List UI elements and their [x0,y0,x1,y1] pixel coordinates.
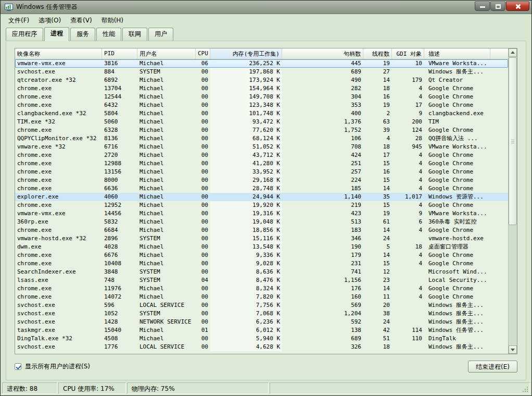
cell-user-name: LOCAL SERVICE [137,343,196,351]
column-header-pid[interactable]: PID [102,48,137,59]
cell-description: Google Chrome [424,101,490,109]
menu-view[interactable]: 查看(V) [66,15,97,27]
process-row[interactable]: svchost.exe884SYSTEM00197,868 K68927Wind… [15,68,508,76]
cell-handles: 353 [282,101,363,109]
close-button[interactable] [506,2,529,11]
cell-cpu: 00 [196,151,210,159]
process-row[interactable]: chrome.exe6684Michael0018,856 K183144Goo… [15,226,508,234]
process-row[interactable]: chrome.exe12952Michael0019,920 K219154Go… [15,201,508,209]
cell-handles: 1,376 [282,118,363,126]
cell-gdi-objects: 4 [392,176,424,184]
scroll-up-button[interactable] [509,48,517,57]
title-bar[interactable]: Windows 任务管理器 [1,1,531,14]
process-row[interactable]: chrome.exe10408Michael009,028 K231154Goo… [15,259,508,268]
column-header-gdi-objects[interactable]: GDI 对象 [392,48,424,59]
process-row[interactable]: chrome.exe8000Michael0029,168 K224154Goo… [15,176,508,184]
tab-networking[interactable]: 联网 [122,28,147,41]
maximize-button[interactable] [490,2,505,11]
process-row[interactable]: dwm.exe4028Michael0013,548 K190518桌面窗口管理… [15,243,508,251]
process-row[interactable]: vmware-vmx.exe14456Michael0019,316 K4231… [15,209,508,218]
process-row[interactable]: chrome.exe6636Michael0028,748 K185144Goo… [15,184,508,193]
cell-threads: 39 [363,126,392,134]
column-header-user-name[interactable]: 用户名 [137,48,196,59]
process-row[interactable]: clangbackend.exe *325804Michael00101,748… [15,109,508,118]
status-bar: 进程数: 88 CPU 使用率: 17% 物理内存: 75% [2,382,530,394]
column-header-cpu[interactable]: CPU [196,48,210,59]
process-row[interactable]: svchost.exe1776LOCAL SERVICE004,628 K326… [15,343,508,351]
scrollbar-thumb[interactable] [509,57,517,225]
resize-grip-icon[interactable] [522,386,528,392]
cell-memory: 18,856 K [210,226,282,234]
process-row[interactable]: TIM.exe *325060Michael0093,472 K1,376632… [15,118,508,126]
tab-applications[interactable]: 应用程序 [6,28,43,41]
column-header-image-name[interactable]: 映像名称 [15,48,102,59]
cell-threads: 14 [363,251,392,259]
process-row[interactable]: chrome.exe11976Michael008,324 K176144Goo… [15,284,508,293]
tab-performance[interactable]: 性能 [96,28,121,41]
tab-processes[interactable]: 进程 [44,27,69,41]
cell-description: Microsoft Wind... [424,268,490,276]
column-header-handles[interactable]: 句柄数 [282,48,363,59]
process-row[interactable]: chrome.exe6676Michael009,336 K179144Goog… [15,251,508,259]
cell-handles: 160 [282,293,363,301]
cell-pid: 6432 [102,101,137,109]
process-row[interactable]: vmware-hostd.exe *322896SYSTEM0015,116 K… [15,234,508,243]
minimize-button[interactable] [475,2,490,11]
process-row[interactable]: chrome.exe13704Michael00154,964 K282184G… [15,84,508,93]
process-row[interactable]: lsass.exe748SYSTEM048,476 K1,15623Local … [15,276,508,284]
process-row[interactable]: DingTalk.exe *324508Michael005,940 K6895… [15,335,508,343]
cell-threads: 24 [363,234,392,243]
process-row[interactable]: taskmgr.exe15040Michael016,012 K13842114… [15,326,508,335]
process-row[interactable]: vmware.exe *326716Michael0051,052 K70818… [15,143,508,151]
cell-threads: 11 [363,293,392,301]
process-row[interactable]: vmware-vmx.exe3816Michael06236,252 K4451… [15,59,508,68]
cell-image-name: vmware-vmx.exe [15,209,102,218]
process-row[interactable]: chrome.exe6328Michael0077,620 K1,7523912… [15,126,508,134]
process-row[interactable]: chrome.exe6432Michael00123,348 K3531917G… [15,101,508,109]
process-row[interactable]: chrome.exe12988Michael0041,280 K251154Go… [15,159,508,168]
cell-image-name: svchost.exe [15,343,102,351]
column-header-memory[interactable]: 内存(专用工作集) [210,48,282,59]
cell-threads: 14 [363,226,392,234]
menu-help[interactable]: 帮助(H) [97,15,128,27]
process-row[interactable]: SearchIndexer.exe3848SYSTEM008,636 K7411… [15,268,508,276]
process-row[interactable]: svchost.exe1428NETWORK SERVICE006,236 K5… [15,318,508,326]
tab-services[interactable]: 服务 [70,28,95,41]
cell-gdi-objects [392,268,424,276]
process-row[interactable]: qtcreator.exe *326892Michael00173,924 K4… [15,76,508,84]
scroll-down-button[interactable] [509,345,517,354]
process-row[interactable]: chrome.exe14072Michael007,820 K160114Goo… [15,293,508,301]
cell-image-name: chrome.exe [15,259,102,268]
menu-file[interactable]: 文件(F) [4,15,34,27]
cell-handles: 689 [282,335,363,343]
vertical-scrollbar[interactable] [508,48,517,354]
cell-image-name: chrome.exe [15,284,102,293]
cell-description: Google Chrome [424,226,490,234]
cell-handles: 282 [282,84,363,93]
process-row[interactable]: svchost.exe596LOCAL SERVICE007,756 K5692… [15,301,508,310]
cell-threads: 19 [363,209,392,218]
cell-image-name: chrome.exe [15,226,102,234]
tab-users[interactable]: 用户 [148,28,173,41]
cell-pid: 748 [102,276,137,284]
menu-options[interactable]: 选项(O) [34,15,66,27]
cell-handles: 1,140 [282,193,363,201]
process-row[interactable]: svchost.exe1052SYSTEM007,068 K1,20438Win… [15,310,508,318]
process-row[interactable]: QQPYClipMonitor.exe *328136Michael0068,1… [15,134,508,143]
process-row[interactable]: chrome.exe12544Michael00149,708 K304164G… [15,93,508,101]
column-header-threads[interactable]: 线程数 [363,48,392,59]
end-process-button[interactable]: 结束进程(E) [468,361,517,373]
show-all-users-checkbox[interactable] [15,363,21,370]
cell-gdi-objects: 945 [392,143,424,151]
cell-handles: 424 [282,151,363,159]
process-row[interactable]: chrome.exe2720Michael0043,712 K424174Goo… [15,151,508,159]
process-row[interactable]: 360rp.exe5832Michael0019,048 K513616360杀… [15,218,508,226]
cell-threads: 38 [363,310,392,318]
column-header-description[interactable]: 描述 [424,48,490,59]
process-row[interactable]: chrome.exe13156Michael0033,952 K257164Go… [15,168,508,176]
show-all-users-label: 显示所有用户的进程(S) [25,362,90,371]
cell-gdi-objects: 4 [392,159,424,168]
process-row[interactable]: explorer.exe4060Michael0024,944 K1,14035… [15,193,508,201]
footer-row: 显示所有用户的进程(S) 结束进程(E) [15,360,517,373]
cell-gdi-objects [392,318,424,326]
